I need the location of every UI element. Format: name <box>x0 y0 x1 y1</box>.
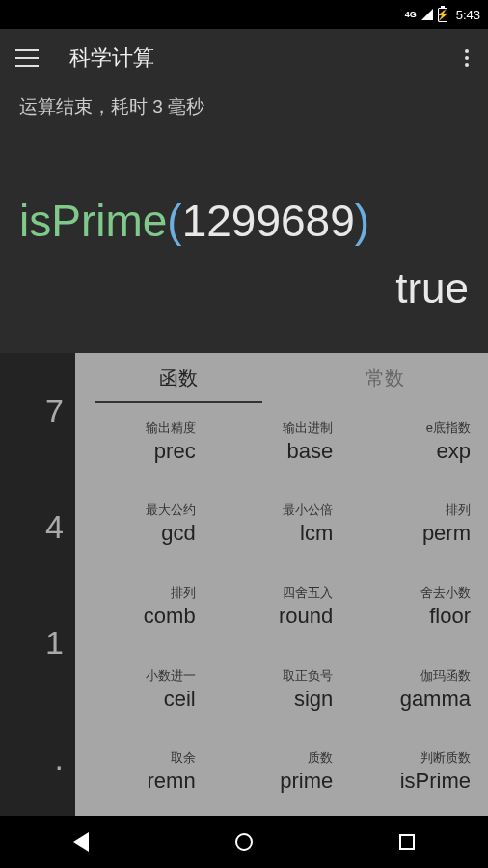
fn-gamma[interactable]: 伽玛函数gamma <box>350 651 488 734</box>
fn-label: sign <box>294 687 333 712</box>
overflow-menu-icon[interactable] <box>461 41 473 74</box>
expr-lparen: ( <box>167 195 181 247</box>
nav-bar <box>0 816 488 868</box>
app-title: 科学计算 <box>69 43 154 72</box>
digit-7[interactable]: 7 <box>0 353 75 469</box>
expr-function: isPrime <box>19 195 167 247</box>
fn-label: prec <box>154 439 196 464</box>
digit-column: 7 4 1 . <box>0 353 75 816</box>
digit-dot[interactable]: . <box>0 700 75 816</box>
fn-sublabel: 取正负号 <box>283 667 333 685</box>
fn-prec[interactable]: 输出精度prec <box>75 403 213 486</box>
expression[interactable]: isPrime(1299689) <box>19 195 469 247</box>
fn-sublabel: 判断质数 <box>420 749 471 767</box>
fn-floor[interactable]: 舍去小数floor <box>350 568 488 651</box>
tab-constants[interactable]: 常数 <box>282 353 488 403</box>
nav-recent-icon[interactable] <box>399 834 415 850</box>
fn-ceil[interactable]: 小数进一ceil <box>75 651 213 734</box>
fn-sublabel: 最大公约 <box>146 502 196 519</box>
fn-round[interactable]: 四舍五入round <box>213 568 351 651</box>
fn-sublabel: 伽玛函数 <box>420 667 471 685</box>
fn-label: gcd <box>161 521 195 546</box>
signal-icon <box>421 9 433 20</box>
fn-gcd[interactable]: 最大公约gcd <box>75 486 213 569</box>
fn-label: remn <box>148 769 196 794</box>
tab-functions[interactable]: 函数 <box>75 353 282 403</box>
network-4g-icon: 4G <box>405 11 417 19</box>
fn-sublabel: 舍去小数 <box>420 584 471 602</box>
status-bar: 4G ⚡ 5:43 <box>0 0 488 29</box>
function-grid: 输出精度prec输出进制basee底指数exp最大公约gcd最小公倍lcm排列p… <box>75 403 488 816</box>
fn-remn[interactable]: 取余remn <box>75 733 213 816</box>
nav-back-icon[interactable] <box>73 832 89 852</box>
fn-sublabel: 排列 <box>171 584 196 602</box>
function-panel: 函数 常数 输出精度prec输出进制basee底指数exp最大公约gcd最小公倍… <box>75 353 488 816</box>
fn-sublabel: 排列 <box>446 502 471 519</box>
nav-home-icon[interactable] <box>235 833 253 851</box>
fn-sublabel: 输出精度 <box>146 420 196 437</box>
fn-label: floor <box>429 604 471 629</box>
fn-sign[interactable]: 取正负号sign <box>213 651 351 734</box>
fn-label: base <box>287 439 334 464</box>
fn-sublabel: 取余 <box>171 749 196 767</box>
fn-label: gamma <box>400 687 471 712</box>
expr-number: 1299689 <box>182 195 355 247</box>
fn-sublabel: 输出进制 <box>283 420 333 437</box>
fn-label: lcm <box>300 521 333 546</box>
fn-label: ceil <box>164 687 196 712</box>
result: true <box>19 264 469 312</box>
digit-1[interactable]: 1 <box>0 584 75 700</box>
fn-label: exp <box>437 439 471 464</box>
fn-isPrime[interactable]: 判断质数isPrime <box>350 733 488 816</box>
clock: 5:43 <box>456 8 480 22</box>
fn-sublabel: 小数进一 <box>146 667 196 685</box>
fn-sublabel: 最小公倍 <box>283 502 333 519</box>
fn-label: isPrime <box>400 769 471 794</box>
fn-prime[interactable]: 质数prime <box>213 733 351 816</box>
fn-sublabel: 质数 <box>308 749 333 767</box>
app-toolbar: 科学计算 <box>0 29 488 87</box>
fn-sublabel: 四舍五入 <box>283 584 333 602</box>
fn-label: round <box>279 604 333 629</box>
fn-exp[interactable]: e底指数exp <box>350 403 488 486</box>
expr-rparen: ) <box>355 195 369 247</box>
compute-status: 运算结束，耗时 3 毫秒 <box>0 87 488 127</box>
fn-sublabel: e底指数 <box>426 420 471 437</box>
fn-label: comb <box>144 604 196 629</box>
fn-perm[interactable]: 排列perm <box>350 486 488 569</box>
display-area: isPrime(1299689) true <box>0 127 488 312</box>
fn-base[interactable]: 输出进制base <box>213 403 351 486</box>
fn-comb[interactable]: 排列comb <box>75 568 213 651</box>
fn-label: prime <box>280 769 333 794</box>
menu-icon[interactable] <box>15 49 39 67</box>
fn-label: perm <box>422 521 471 546</box>
fn-lcm[interactable]: 最小公倍lcm <box>213 486 351 569</box>
panel-tabs: 函数 常数 <box>75 353 488 403</box>
digit-4[interactable]: 4 <box>0 469 75 584</box>
charging-icon: ⚡ <box>436 10 449 20</box>
battery-icon: ⚡ <box>438 8 447 22</box>
